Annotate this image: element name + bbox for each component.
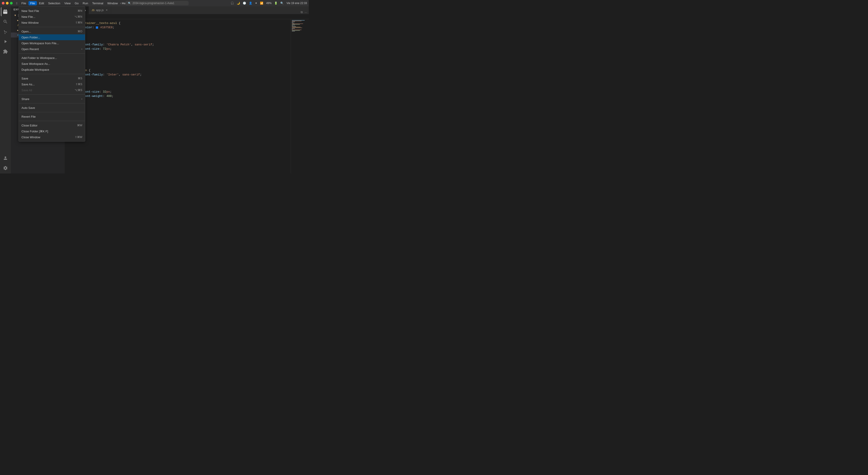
menu-open-recent[interactable]: Open Recent ›: [19, 46, 85, 52]
titlebar:  File File Edit Selection View Go Run T…: [0, 0, 309, 6]
headphones-icon: 🎧: [230, 2, 234, 5]
menu-close-folder[interactable]: Close Folder [⌘K F]: [19, 128, 85, 134]
battery-icon: 🔋: [274, 2, 278, 5]
titlebar-right: 🎧 🌙 🕐 👤 ✦ 📶 49% 🔋 🔍 Vie 19 ene 22:33: [230, 2, 307, 5]
person-icon: 👤: [249, 2, 252, 5]
battery-text: 49%: [266, 2, 272, 5]
code-line-12: 12 button {: [65, 68, 291, 72]
split-editor-icon[interactable]: ⧉: [301, 10, 303, 14]
color-swatch: [96, 27, 98, 29]
minimize-button[interactable]: [6, 2, 8, 4]
menubar:  File File Edit Selection View Go Run T…: [14, 1, 130, 5]
code-line-18: 18 font-weight: 400;: [65, 94, 291, 98]
extensions-icon[interactable]: [1, 47, 10, 56]
menu-auto-save[interactable]: Auto Save: [19, 105, 85, 111]
menu-divider-1: [19, 27, 85, 27]
bluetooth-icon: ✦: [255, 2, 257, 5]
menu-add-folder-to-workspace[interactable]: Add Folder to Workspace...: [19, 55, 85, 61]
menu-close-window[interactable]: Close Window ⇧⌘W: [19, 134, 85, 140]
more-actions-icon[interactable]: ···: [305, 11, 307, 14]
code-line-7: 7 font-size: 72px;: [65, 47, 291, 51]
code-line-4: 4: [65, 34, 291, 38]
search-icon-sys: 🔍: [280, 2, 284, 5]
close-button[interactable]: [2, 2, 4, 4]
code-line-14: 14 }: [65, 77, 291, 81]
menu-file[interactable]: File: [29, 1, 37, 5]
menu-divider-4: [19, 94, 85, 95]
code-line-11: 11: [65, 64, 291, 68]
menu-section-workspace: Add Folder to Workspace... Save Workspac…: [19, 55, 85, 73]
search-activity-icon[interactable]: [1, 17, 10, 26]
menu-close-editor[interactable]: Close Editor ⌘W: [19, 123, 85, 128]
menu-save-as[interactable]: Save As... ⇧⌘S: [19, 81, 85, 87]
code-line-6: 6 font-family: 'Chakra Petch', sans-seri…: [65, 42, 291, 47]
editor-body: 1 __container__texto-azul { 2 color: #18…: [65, 19, 309, 173]
minimap: [291, 19, 309, 173]
menu-go[interactable]: Go: [73, 1, 81, 5]
minimap-content: [291, 19, 309, 33]
apple-menu[interactable]: : [14, 1, 19, 5]
maximize-button[interactable]: [10, 2, 13, 4]
menu-code[interactable]: File: [20, 1, 28, 5]
search-bar-text: 2034-logica-programacion-1-Aula1: [132, 2, 174, 5]
menu-section-save: Save ⌘S Save As... ⇧⌘S Save All ⌥⌘S: [19, 75, 85, 94]
menu-revert-file[interactable]: Revert File: [19, 113, 85, 120]
code-line-10: 10 ,: [65, 60, 291, 64]
wifi-icon: 📶: [260, 2, 264, 5]
code-editor[interactable]: 1 __container__texto-azul { 2 color: #18…: [65, 19, 291, 173]
settings-icon[interactable]: [1, 164, 10, 173]
code-line-3: 3 }: [65, 30, 291, 34]
menu-new-text-file[interactable]: New Text File ⌘N: [19, 8, 85, 14]
menu-share[interactable]: Share ›: [19, 96, 85, 102]
menu-new-file[interactable]: New File... ⌥⌘N: [19, 14, 85, 20]
menu-selection[interactable]: Selection: [46, 1, 62, 5]
code-line-17: 17 font-size: 32px;: [65, 90, 291, 94]
source-control-icon[interactable]: [1, 27, 10, 36]
code-line-5: 5 {: [65, 38, 291, 42]
datetime: Vie 19 ene 22:33: [286, 2, 307, 5]
search-icon: 🔍: [128, 2, 131, 5]
menu-open-folder[interactable]: Open Folder...: [19, 34, 85, 40]
traffic-lights: [2, 2, 13, 4]
activity-bar: [0, 6, 11, 173]
menu-run[interactable]: Run: [81, 1, 90, 5]
menu-save-workspace-as[interactable]: Save Workspace As...: [19, 61, 85, 67]
nav-back-button[interactable]: ‹: [120, 1, 121, 5]
menu-duplicate-workspace[interactable]: Duplicate Workspace: [19, 67, 85, 72]
menu-edit[interactable]: Edit: [37, 1, 46, 5]
menu-section-autosave: Auto Save: [19, 104, 85, 111]
tab-app-js[interactable]: JS app.js ✕: [89, 6, 111, 14]
file-menu-dropdown: New Text File ⌘N New File... ⌥⌘N New Win…: [19, 6, 85, 142]
tab-close-icon[interactable]: ✕: [105, 8, 108, 11]
menu-section-revert: Revert File: [19, 113, 85, 120]
menu-section-share: Share ›: [19, 96, 85, 102]
nav-arrows: ‹ ›: [120, 1, 124, 5]
menu-new-window[interactable]: New Window ⇧⌘N: [19, 20, 85, 26]
menu-open-workspace-from-file[interactable]: Open Workspace from File...: [19, 40, 85, 46]
search-bar[interactable]: 🔍 2034-logica-programacion-1-Aula1: [125, 1, 188, 5]
menu-divider-7: [19, 121, 85, 121]
explorer-icon[interactable]: [1, 7, 10, 16]
editor-area: # styles.css ● JS app.js ✕ ⧉ ··· css › ⚡…: [65, 6, 309, 173]
code-line-8: 8 }: [65, 51, 291, 55]
code-line-13: 13 font-family: 'Inter', sans-serif;: [65, 72, 291, 77]
titlebar-center: ‹ › 🔍 2034-logica-programacion-1-Aula1: [120, 1, 189, 5]
code-line-2: 2 color: #1875E8;: [65, 25, 291, 30]
nav-forward-button[interactable]: ›: [122, 1, 123, 5]
menu-window[interactable]: Window: [105, 1, 120, 5]
menu-save[interactable]: Save ⌘S: [19, 75, 85, 81]
code-line-16: 16 {: [65, 86, 291, 90]
menu-section-close: Close Editor ⌘W Close Folder [⌘K F] Clos…: [19, 122, 85, 140]
account-icon[interactable]: [1, 154, 10, 163]
editor-actions: ⧉ ···: [299, 10, 309, 14]
menu-open[interactable]: Open... ⌘O: [19, 29, 85, 34]
code-line-15: 15: [65, 81, 291, 86]
code-line-1: 1 __container__texto-azul {: [65, 21, 291, 25]
run-debug-icon[interactable]: [1, 37, 10, 46]
menu-terminal[interactable]: Terminal: [90, 1, 105, 5]
clock-icon: 🕐: [243, 2, 246, 5]
menu-save-all: Save All ⌥⌘S: [19, 87, 85, 93]
menu-divider-2: [19, 53, 85, 54]
moon-icon: 🌙: [237, 2, 240, 5]
menu-view[interactable]: View: [63, 1, 72, 5]
